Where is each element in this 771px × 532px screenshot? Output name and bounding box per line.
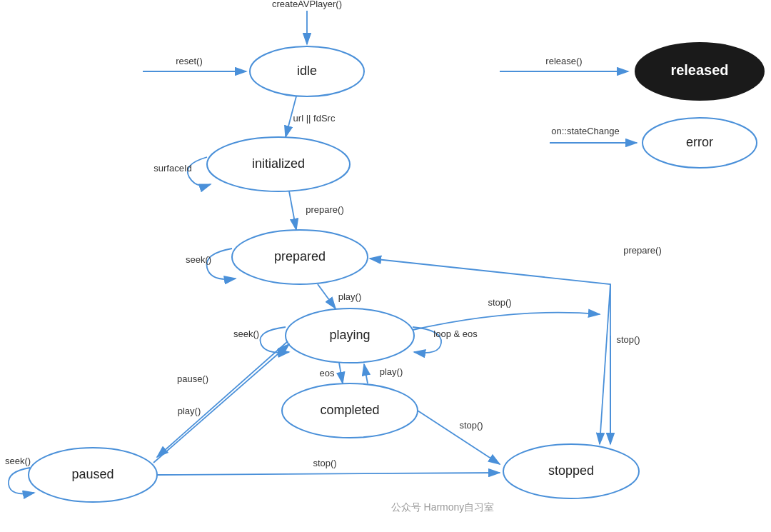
label-prepare1: prepare()	[306, 204, 343, 215]
label-create-avplayer: createAVPlayer()	[272, 0, 342, 9]
watermark: 公众号 Harmony自习室	[391, 501, 495, 513]
arrow-pause	[157, 341, 288, 457]
label-release: release()	[545, 56, 582, 66]
label-surface-id: surfaceId	[153, 163, 191, 174]
arrow-stop-paused	[157, 473, 500, 475]
arrow-prepare-init	[289, 191, 296, 230]
label-url-fdsrc: url || fdSrc	[293, 113, 336, 124]
label-play3: play()	[178, 406, 201, 416]
arrow-play-completed	[364, 364, 368, 383]
arrow-stop-completed	[418, 411, 500, 464]
label-seek2: seek()	[233, 328, 259, 339]
arrow-play-prepared	[318, 284, 336, 308]
state-playing-label: playing	[329, 328, 370, 342]
arrow-eos	[339, 363, 343, 383]
label-stop2: stop()	[616, 334, 640, 345]
label-stop1: stop()	[313, 458, 336, 468]
label-pause: pause()	[177, 373, 208, 384]
state-released-label: released	[670, 62, 728, 78]
arrow-stop-playing-right	[413, 313, 600, 330]
label-loop-eos: loop & eos	[433, 328, 478, 339]
label-prepare2: prepare()	[623, 245, 661, 256]
arrow-play-paused	[153, 344, 289, 463]
label-play1: play()	[338, 291, 362, 302]
label-seek3: seek()	[5, 456, 31, 466]
label-stop4: stop()	[488, 297, 511, 308]
state-idle-label: idle	[297, 64, 317, 78]
state-prepared-label: prepared	[274, 249, 326, 264]
state-stopped-label: stopped	[548, 463, 594, 478]
arrow-stop-playing	[600, 284, 610, 444]
label-play2: play()	[380, 366, 403, 377]
label-eos: eos	[320, 368, 335, 378]
state-paused-label: paused	[71, 467, 114, 481]
state-initialized-label: initialized	[252, 156, 305, 171]
label-stop3: stop()	[459, 420, 483, 431]
state-error-label: error	[686, 135, 713, 149]
label-state-change: on::stateChange	[551, 126, 619, 136]
label-seek1: seek()	[186, 254, 211, 265]
label-reset: reset()	[176, 56, 203, 66]
state-completed-label: completed	[320, 403, 379, 417]
